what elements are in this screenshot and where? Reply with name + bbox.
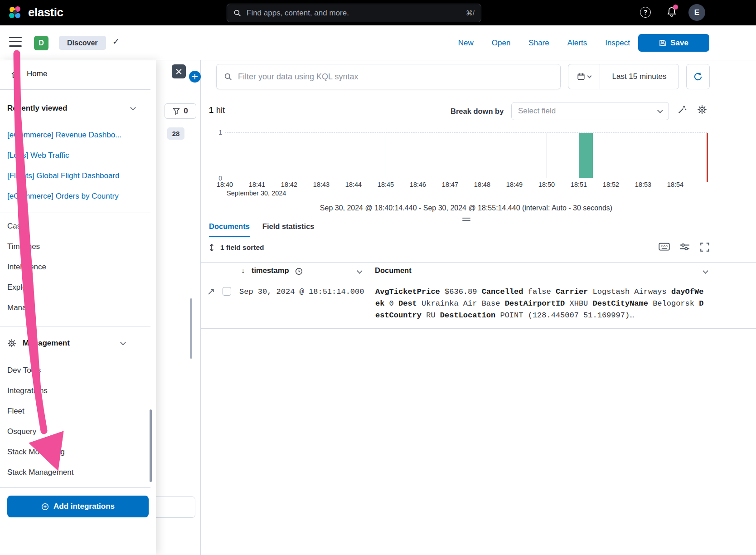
- global-search-input[interactable]: [247, 9, 460, 18]
- x-tick-label: 18:46: [410, 181, 426, 188]
- display-options-icon[interactable]: [679, 243, 690, 253]
- plus-circle-icon: [41, 503, 49, 511]
- sorted-fields-label[interactable]: 1 field sorted: [220, 243, 264, 252]
- clock-icon: [295, 268, 303, 275]
- results-tabs: Documents Field statistics: [209, 222, 314, 237]
- nav-item-stack-monitoring[interactable]: Stack Monitoring: [7, 448, 65, 457]
- chart-options-gear-icon[interactable]: [697, 105, 707, 117]
- management-accordion[interactable]: Management: [0, 337, 150, 350]
- keyboard-shortcuts-icon[interactable]: [659, 243, 670, 253]
- discover-app-button[interactable]: Discover: [59, 36, 106, 50]
- column-header-document[interactable]: Document: [375, 266, 412, 275]
- space-badge[interactable]: D: [34, 36, 48, 50]
- current-time-marker: [707, 133, 708, 182]
- time-range-value[interactable]: Last 15 minutes: [600, 72, 678, 81]
- row-checkbox[interactable]: [223, 287, 231, 296]
- breakdown-select[interactable]: Select field: [511, 102, 669, 120]
- recent-item[interactable]: [eCommerce] Orders by Country: [7, 192, 119, 201]
- sort-fields-icon[interactable]: [208, 243, 215, 252]
- chevron-down-icon: [587, 74, 592, 78]
- nav-home[interactable]: Home: [0, 68, 47, 80]
- table-row: Sep 30, 2024 @ 18:51:14.000 AvgTicketPri…: [201, 280, 756, 329]
- field-filter-button[interactable]: 0: [165, 103, 196, 119]
- nav-item-timelines[interactable]: Timelines: [7, 242, 40, 251]
- notification-badge-dot: [673, 5, 678, 10]
- chevron-down-icon[interactable]: [357, 268, 363, 274]
- nav-item-integrations[interactable]: Integrations: [7, 386, 48, 395]
- nav-scrollbar[interactable]: [150, 409, 152, 482]
- fullscreen-icon[interactable]: [700, 243, 709, 253]
- nav-item-intelligence[interactable]: Intelligence: [7, 263, 46, 272]
- nav-item-fleet[interactable]: Fleet: [7, 407, 24, 416]
- chevron-down-icon: [120, 340, 126, 346]
- nav-item-stack-management[interactable]: Stack Management: [7, 468, 73, 477]
- chart-gridline: [386, 133, 386, 178]
- kql-input[interactable]: [238, 72, 553, 82]
- quick-select-button[interactable]: [568, 64, 600, 89]
- x-tick-label: 18:42: [281, 181, 297, 188]
- tab-field-statistics[interactable]: Field statistics: [262, 222, 315, 237]
- sort-descending-icon[interactable]: ↓: [241, 267, 245, 275]
- expand-row-icon[interactable]: [207, 288, 215, 296]
- x-tick-label: 18:47: [442, 181, 458, 188]
- chevron-down-icon: [130, 105, 136, 111]
- fields-scrollbar[interactable]: [190, 298, 192, 359]
- chevron-down-icon: [657, 107, 663, 113]
- divider: [0, 487, 150, 488]
- discover-main: Last 15 minutes 1hit Break down by Selec…: [201, 60, 756, 555]
- chart-resize-handle[interactable]: [462, 218, 470, 222]
- x-tick-label: 18:53: [635, 181, 651, 188]
- divider: [0, 213, 150, 213]
- nav-item-dev-tools[interactable]: Dev Tools: [7, 366, 41, 375]
- tab-documents[interactable]: Documents: [209, 222, 250, 237]
- selected-filter-count: 0: [184, 107, 188, 116]
- close-icon[interactable]: [172, 64, 186, 78]
- chart-gridline: [547, 133, 547, 178]
- new-button[interactable]: New: [458, 39, 474, 48]
- divider: [0, 89, 150, 90]
- filter-icon: [173, 107, 180, 115]
- nav-item-osquery[interactable]: Osquery: [7, 427, 36, 436]
- y-axis-max-label: 1: [214, 129, 222, 136]
- elastic-logo-icon[interactable]: [8, 6, 22, 19]
- x-tick-label: 18:50: [538, 181, 555, 188]
- x-tick-label: 18:48: [474, 181, 490, 188]
- open-button[interactable]: Open: [492, 39, 511, 48]
- recent-item[interactable]: [Logs] Web Traffic: [7, 151, 69, 160]
- add-integrations-button[interactable]: Add integrations: [7, 496, 149, 517]
- nav-item-manage[interactable]: Manage: [7, 303, 35, 312]
- x-tick-label: 18:51: [571, 181, 587, 188]
- inspect-button[interactable]: Inspect: [605, 39, 630, 48]
- add-field-icon[interactable]: [189, 71, 201, 83]
- x-tick-label: 18:41: [249, 181, 265, 188]
- nav-item-explore[interactable]: Explore: [7, 283, 34, 292]
- recent-item[interactable]: [eCommerce] Revenue Dashbo...: [7, 131, 121, 140]
- menu-hamburger-icon[interactable]: [9, 37, 22, 47]
- available-fields-count: 28: [167, 127, 184, 140]
- search-shortcut-hint: ⌘/: [466, 9, 475, 17]
- search-icon: [224, 73, 232, 81]
- gear-icon: [7, 339, 16, 348]
- column-header-timestamp[interactable]: timestamp: [252, 266, 289, 275]
- alerts-button[interactable]: Alerts: [567, 39, 587, 48]
- save-button[interactable]: Save: [638, 34, 709, 52]
- brand-wordmark: elastic: [28, 5, 63, 19]
- share-button[interactable]: Share: [528, 39, 549, 48]
- kql-query-bar[interactable]: [216, 64, 561, 89]
- top-header: elastic ⌘/ ? E: [0, 0, 756, 25]
- histogram-bar[interactable]: [579, 133, 593, 178]
- document-cell-content: AvgTicketPrice $636.89 Cancelled false C…: [375, 286, 707, 321]
- refresh-button[interactable]: [686, 64, 710, 89]
- time-interval-caption: Sep 30, 2024 @ 18:40:14.440 - Sep 30, 20…: [225, 204, 708, 212]
- refresh-icon: [693, 72, 703, 82]
- nav-item-cases[interactable]: Cases: [7, 222, 29, 231]
- recent-item[interactable]: [Flights] Global Flight Dashboard: [7, 171, 120, 180]
- chevron-down-icon[interactable]: [703, 268, 708, 274]
- recently-viewed-accordion[interactable]: Recently viewed: [0, 102, 150, 115]
- help-icon[interactable]: ?: [640, 7, 651, 18]
- edit-visualization-icon[interactable]: [677, 105, 687, 117]
- notifications-icon[interactable]: [666, 6, 677, 19]
- calendar-icon: [577, 73, 585, 81]
- user-avatar[interactable]: E: [688, 4, 705, 21]
- global-search[interactable]: ⌘/: [227, 4, 481, 22]
